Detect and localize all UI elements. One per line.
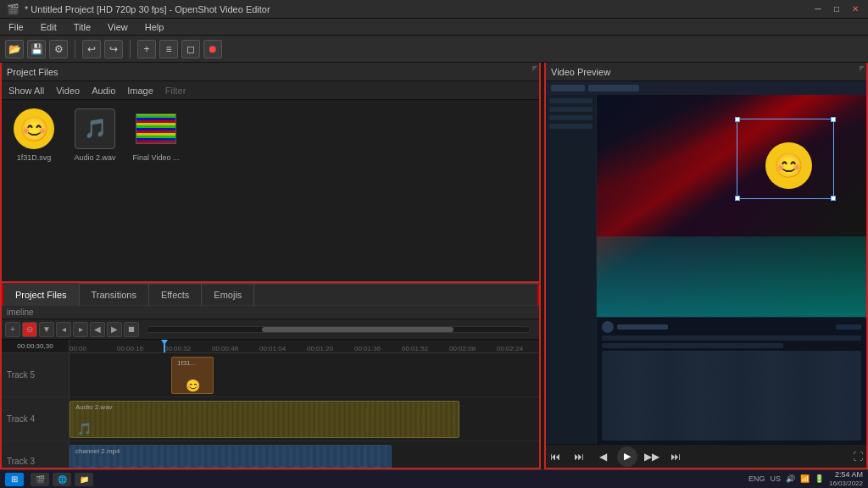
track-4-clip[interactable]: Audio 2.wav 🎵 [70, 401, 459, 438]
file-item-video[interactable]: Final Video ... [131, 107, 181, 162]
menu-title[interactable]: Title [70, 20, 94, 34]
toolbar-redo[interactable]: ↪ [104, 40, 123, 58]
toolbar-separator-2 [130, 40, 131, 58]
video-waveform [72, 466, 389, 468]
preview-controls: ⏮ ⏭ ◀ ▶ ▶▶ ⏭ ⛶ [546, 444, 866, 468]
playhead-line [164, 340, 165, 352]
tl-prev-frame-btn[interactable]: ◂ [56, 322, 71, 337]
filter-video[interactable]: Video [56, 86, 80, 96]
taskbar-app-video[interactable]: 🎬 [31, 473, 49, 486]
clip-label-video: channel 2.mp4 [72, 447, 123, 455]
ruler-mark-4: 00:01:04 [259, 345, 286, 352]
track-4-label: Track 4 [2, 397, 70, 441]
preview-username [617, 324, 668, 330]
start-button[interactable]: ⊞ [5, 473, 24, 486]
preview-fast-forward[interactable]: ▶▶ [643, 447, 661, 466]
preview-jump-end[interactable]: ⏭ [666, 447, 685, 466]
track-3-clip[interactable]: channel 2.mp4 [70, 445, 392, 468]
handle-br[interactable] [831, 196, 836, 201]
toolbar-record[interactable]: ⏺ [203, 40, 222, 58]
handle-tr[interactable] [831, 117, 836, 122]
app: 🎬 * Untitled Project [HD 720p 30 fps] - … [0, 0, 868, 488]
preview-title: Video Preview [551, 67, 610, 77]
preview-sb-2 [549, 107, 593, 112]
minimize-button[interactable]: ─ [812, 3, 824, 15]
preview-prev-frame[interactable]: ⏭ [570, 447, 588, 466]
timeline-toolbar: + ⊖ ▼ ◂ ▸ ◀ ▶ ⏹ [2, 319, 539, 340]
taskbar-time: 2:54 AM [835, 470, 863, 480]
taskbar-system-tray: ENG US 🔊 📶 🔋 2:54 AM 16/03/2022 [748, 470, 863, 487]
menu-view[interactable]: View [104, 20, 131, 34]
filter-filter[interactable]: Filter [165, 86, 186, 96]
taskbar-clock[interactable]: 2:54 AM 16/03/2022 [829, 470, 863, 487]
preview-bottom-ui [597, 317, 866, 444]
preview-rewind[interactable]: ◀ [593, 447, 612, 466]
track-5-clip[interactable]: 1f31... 😊 [171, 357, 214, 394]
taskbar-volume-icon[interactable]: 🔊 [786, 474, 795, 483]
handle-bl[interactable] [735, 196, 740, 201]
preview-fullscreen-button[interactable]: ⛶ [853, 451, 863, 463]
tab-project-files[interactable]: Project Files [3, 283, 80, 307]
preview-play-button[interactable]: ▶ [617, 446, 637, 467]
file-thumb-video [134, 107, 178, 151]
preview-main-video: 😊 [597, 95, 866, 330]
file-item-svg[interactable]: 😊 1f31D.svg [8, 107, 59, 162]
tl-end-btn[interactable]: ▶ [107, 322, 122, 337]
toolbar-list[interactable]: ≡ [159, 40, 178, 58]
tl-start-btn[interactable]: ◀ [90, 322, 105, 337]
toolbar-settings[interactable]: ⚙ [49, 40, 68, 58]
ruler-mark-9: 00:02:24 [497, 345, 523, 352]
tl-stop-btn[interactable]: ⏹ [124, 322, 139, 337]
tl-add-btn[interactable]: + [5, 322, 20, 337]
files-area: 😊 1f31D.svg 🎵 Audio 2.wav [2, 100, 539, 281]
window-title: * Untitled Project [HD 720p 30 fps] - Op… [25, 4, 270, 14]
preview-sb-3 [549, 115, 593, 120]
audio-clip-icon: 🎵 [77, 422, 92, 435]
preview-panel: Video Preview ◤ [544, 63, 868, 469]
handle-tl[interactable] [735, 117, 740, 122]
toolbar-add[interactable]: + [137, 40, 156, 58]
close-button[interactable]: ✕ [849, 3, 861, 15]
timeline-zoom-bar[interactable] [146, 326, 531, 333]
maximize-button[interactable]: □ [831, 3, 843, 15]
menu-file[interactable]: File [5, 20, 27, 34]
track-5-area[interactable]: 1f31... 😊 [70, 353, 539, 396]
tab-emojis[interactable]: Emojis [202, 283, 254, 307]
toolbar-save[interactable]: 💾 [27, 40, 46, 58]
preview-jump-start[interactable]: ⏮ [546, 447, 565, 466]
toolbar-undo[interactable]: ↩ [82, 40, 101, 58]
tab-effects[interactable]: Effects [149, 283, 202, 307]
ruler-mark-2: 00:00:32 [164, 345, 191, 352]
menu-help[interactable]: Help [142, 20, 168, 34]
file-item-audio[interactable]: 🎵 Audio 2.wav [70, 107, 120, 162]
taskbar-app-browser[interactable]: 🌐 [53, 473, 71, 486]
title-bar: 🎬 * Untitled Project [HD 720p 30 fps] - … [0, 0, 868, 19]
filter-show-all[interactable]: Show All [8, 86, 44, 96]
tl-remove-btn[interactable]: ⊖ [22, 322, 37, 337]
filter-audio[interactable]: Audio [92, 86, 115, 96]
ruler-mark-6: 00:01:36 [354, 345, 381, 352]
tl-next-frame-btn[interactable]: ▸ [73, 322, 88, 337]
file-thumb-audio: 🎵 [73, 107, 117, 151]
menu-edit[interactable]: Edit [37, 20, 60, 34]
track-5-label: Track 5 [2, 353, 70, 396]
track-4-area[interactable]: Audio 2.wav 🎵 [70, 397, 539, 441]
preview-avatar [602, 321, 614, 333]
toolbar-window[interactable]: ◻ [181, 40, 200, 58]
tab-transitions[interactable]: Transitions [80, 283, 149, 307]
toolbar-open[interactable]: 📂 [5, 40, 24, 58]
app-icon: 🎬 [7, 3, 19, 15]
preview-topbar-elem1 [551, 85, 585, 92]
filter-image[interactable]: Image [127, 86, 153, 96]
playhead-arrow [161, 340, 168, 345]
file-name-audio: Audio 2.wav [74, 153, 115, 162]
svg-face-icon: 😊 [14, 108, 54, 149]
track-3-area[interactable]: channel 2.mp4 [70, 441, 539, 468]
preview-ui-bg: 😊 [546, 81, 866, 444]
tl-expand-btn[interactable]: ▼ [39, 322, 54, 337]
taskbar-lang: ENG [748, 474, 765, 483]
ruler-mark-8: 00:02:08 [449, 345, 476, 352]
selection-box[interactable] [737, 119, 834, 199]
toolbar: 📂 💾 ⚙ ↩ ↪ + ≡ ◻ ⏺ [0, 36, 868, 63]
taskbar-app-files[interactable]: 📁 [75, 473, 93, 486]
